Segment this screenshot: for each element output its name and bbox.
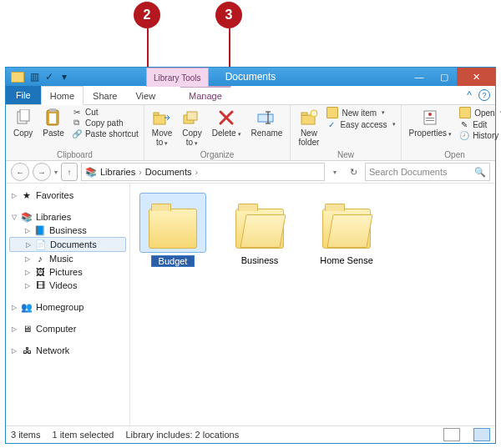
properties-button[interactable]: Properties — [407, 107, 455, 140]
search-box[interactable]: Search Documents 🔍 — [365, 163, 490, 181]
copy-to-button[interactable]: Copyto — [180, 107, 204, 149]
address-history-button[interactable]: ▾ — [328, 169, 342, 176]
qat-item[interactable]: ▥ — [29, 72, 39, 82]
sidebar-computer[interactable]: ▷ 🖥 Computer — [9, 322, 126, 335]
easy-access-button[interactable]: ✓ Easy access — [326, 119, 395, 129]
open-label: Open — [474, 108, 494, 118]
sidebar-item-music[interactable]: ▷ ♪ Music — [9, 252, 126, 265]
copy-path-label: Copy path — [85, 118, 124, 128]
svg-rect-18 — [426, 118, 434, 118]
pictures-icon: 🖼 — [34, 267, 46, 277]
history-label: History — [473, 131, 498, 140]
sidebar-item-pictures[interactable]: ▷ 🖼 Pictures — [9, 265, 126, 279]
history-button[interactable]: 🕗 History — [459, 130, 501, 140]
contextual-tab-group: Library Tools — [146, 68, 209, 87]
tab-share[interactable]: Share — [84, 86, 126, 104]
up-button[interactable]: ↑ — [61, 163, 78, 181]
sidebar-network[interactable]: ▷ 🖧 Network — [9, 344, 126, 357]
new-folder-button[interactable]: Newfolder — [296, 107, 321, 148]
recent-locations-button[interactable]: ▾ — [54, 169, 58, 176]
ribbon-tabs: File Home Share View Manage ^ ? — [6, 86, 495, 105]
rename-button[interactable]: Rename — [249, 107, 286, 139]
svg-rect-8 — [187, 112, 197, 120]
address-bar[interactable]: 📚 Libraries Documents — [81, 163, 325, 181]
details-view-button[interactable] — [443, 428, 460, 441]
copy-button[interactable]: Copy — [11, 107, 35, 139]
svg-rect-4 — [49, 113, 56, 123]
close-button[interactable]: ✕ — [457, 68, 495, 86]
content-pane[interactable]: Budget Business Home Sense — [130, 184, 495, 425]
status-bar: 3 items 1 item selected Library includes… — [6, 425, 495, 443]
svg-point-17 — [428, 113, 432, 116]
new-folder-label: Newfolder — [298, 128, 319, 147]
ribbon-group-open: Properties Open ✎ Edit 🕗 History — [402, 105, 501, 160]
forward-button[interactable]: → — [33, 163, 51, 181]
qat-item[interactable]: ✓ — [44, 72, 54, 82]
sidebar-homegroup[interactable]: ▷ 👥 Homegroup — [9, 300, 126, 314]
properties-icon — [421, 108, 439, 127]
chevron-icon: ▷ — [24, 269, 31, 276]
library-icon: 📘 — [34, 225, 46, 235]
move-to-label: Moveto — [152, 128, 172, 148]
navigation-bar: ← → ▾ ↑ 📚 Libraries Documents ▾ ↻ Search… — [6, 161, 495, 184]
rename-input[interactable]: Budget — [151, 255, 195, 267]
new-item-button[interactable]: New item — [326, 107, 395, 118]
sidebar-item-videos[interactable]: ▷ 🎞 Videos — [9, 279, 126, 292]
paste-button[interactable]: Paste — [40, 107, 67, 139]
help-icon[interactable]: ? — [478, 89, 490, 101]
status-library: Library includes: 2 locations — [125, 430, 239, 440]
svg-rect-9 — [258, 114, 273, 122]
folder-item-business[interactable]: Business — [227, 194, 292, 265]
callout-2: 2 — [134, 2, 160, 28]
ribbon-collapse-icon[interactable]: ^ — [467, 89, 472, 101]
folder-item-home-sense[interactable]: Home Sense — [314, 194, 379, 265]
svg-rect-3 — [49, 108, 56, 112]
tab-manage[interactable]: Manage — [180, 86, 231, 104]
sidebar-favorites[interactable]: ▷ ★ Favorites — [9, 189, 126, 202]
copy-path-button[interactable]: ⧉ Copy path — [72, 118, 139, 128]
sidebar-item-label: Pictures — [49, 267, 83, 277]
tab-file[interactable]: File — [6, 86, 41, 104]
minimize-button[interactable]: — — [407, 68, 432, 86]
ribbon-group-organize: Moveto Copyto Delete — [144, 105, 291, 160]
folder-item-budget[interactable]: Budget — [140, 194, 205, 267]
search-icon: 🔍 — [474, 167, 486, 178]
sidebar-item-documents[interactable]: ▷ 📄 Documents — [9, 237, 126, 252]
move-to-button[interactable]: Moveto — [149, 107, 175, 149]
sidebar-item-business[interactable]: ▷ 📘 Business — [9, 224, 126, 237]
breadcrumb[interactable]: Documents — [145, 167, 198, 177]
group-label: Open — [407, 150, 501, 160]
tab-home[interactable]: Home — [41, 86, 84, 105]
scissors-icon: ✂ — [72, 107, 82, 117]
sidebar-libraries[interactable]: ▽ 📚 Libraries — [9, 210, 126, 224]
breadcrumb[interactable]: Libraries — [100, 167, 142, 177]
navigation-pane: ▷ ★ Favorites ▽ 📚 Libraries ▷ 📘 Business — [6, 184, 130, 425]
status-selected: 1 item selected — [52, 430, 114, 440]
svg-rect-5 — [154, 115, 165, 124]
delete-button[interactable]: Delete — [210, 107, 244, 140]
homegroup-label: Homegroup — [36, 302, 84, 312]
back-button[interactable]: ← — [11, 163, 29, 181]
paste-shortcut-label: Paste shortcut — [85, 129, 139, 138]
paste-shortcut-button[interactable]: 🔗 Paste shortcut — [72, 128, 139, 138]
refresh-button[interactable]: ↻ — [345, 167, 362, 178]
edit-button[interactable]: ✎ Edit — [459, 119, 501, 129]
icons-view-button[interactable] — [473, 428, 490, 441]
tab-view[interactable]: View — [126, 86, 164, 104]
copy-to-icon — [183, 108, 201, 127]
paste-label: Paste — [43, 128, 64, 138]
qat-dropdown[interactable]: ▾ — [59, 72, 69, 82]
open-button[interactable]: Open — [459, 107, 501, 118]
window-icon[interactable] — [11, 72, 24, 83]
ribbon-group-new: Newfolder New item ✓ Easy access New — [291, 105, 401, 160]
copy-to-label: Copyto — [182, 128, 201, 148]
videos-icon: 🎞 — [34, 280, 46, 290]
favorites-label: Favorites — [36, 190, 73, 200]
homegroup-icon: 👥 — [21, 302, 33, 312]
rename-icon — [257, 108, 276, 127]
group-label: Organize — [149, 150, 286, 160]
maximize-button[interactable]: ▢ — [432, 68, 457, 86]
history-icon: 🕗 — [459, 130, 469, 140]
cut-button[interactable]: ✂ Cut — [72, 107, 139, 117]
folder-icon — [149, 209, 197, 249]
